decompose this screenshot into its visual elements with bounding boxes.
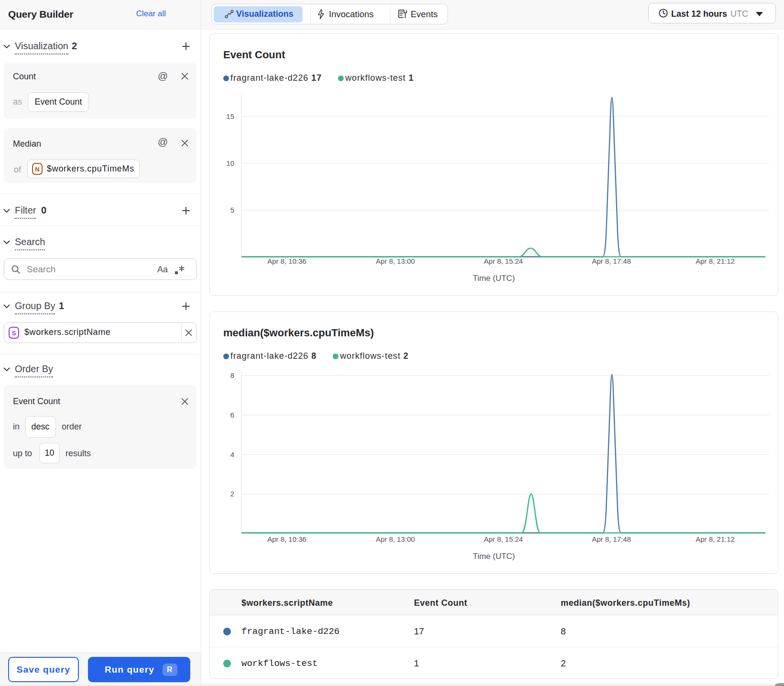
svg-text:S: S <box>12 330 16 337</box>
svg-text:N: N <box>35 166 39 173</box>
